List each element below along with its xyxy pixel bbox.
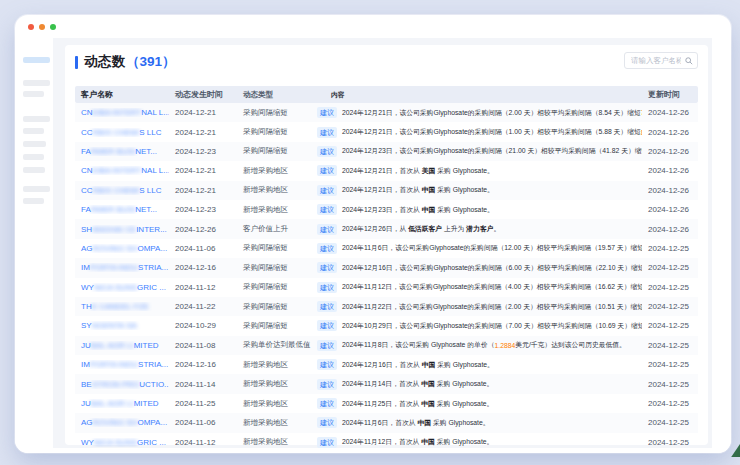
customer-name-cell: CCRBIS CHEMIS LLC xyxy=(75,128,169,137)
content-segment: 2024年12月23日，首次从 xyxy=(342,205,422,215)
table-row: WYNICA SUNSGRIC ...2024-11-12新增采购地区建议202… xyxy=(75,433,698,452)
table-row: CNEIBA INTERTNAL L...2024-12-21新增采购地区建议2… xyxy=(75,161,698,180)
customer-search-box[interactable] xyxy=(624,52,698,69)
event-date: 2024-11-06 xyxy=(169,418,237,427)
suggestion-badge: 建议 xyxy=(317,127,337,138)
content-segment: 2024年11月22日，该公司采购Glyphosate的采购间隔（2.00 天）… xyxy=(342,302,642,312)
customer-name-cell: JUBAL AGR LIMITED xyxy=(75,341,169,350)
customer-name-link[interactable]: FARMER BUSINET... xyxy=(81,147,169,156)
customer-name-link[interactable]: FARMER BUSINET... xyxy=(81,205,169,214)
table-row: THE CANDEL FZE2024-11-22采购间隔缩短建议2024年11月… xyxy=(75,297,698,316)
table-row: CCRBIS CHEMIS LLC2024-12-21采购间隔缩短建议2024年… xyxy=(75,122,698,141)
sidebar-item-skeleton[interactable] xyxy=(23,186,50,192)
event-type: 新增采购地区 xyxy=(237,399,311,409)
content-segment: 。 xyxy=(493,224,500,234)
table-row: FARMER BUSINET...2024-12-23新增采购地区建议2024年… xyxy=(75,200,698,219)
sidebar-item-skeleton[interactable] xyxy=(23,91,44,97)
content-segment: 上升为 xyxy=(442,224,466,234)
content-segment: 2024年11月6日，首次从 xyxy=(342,418,417,428)
event-type: 新增采购地区 xyxy=(237,437,311,447)
event-date: 2024-12-23 xyxy=(169,147,237,156)
event-type: 新增采购地区 xyxy=(237,185,311,195)
content-segment: 低活跃客户 xyxy=(408,224,442,234)
customer-name-link[interactable]: AGROVING SHOMPA... xyxy=(81,244,169,253)
content-segment: 潜力客户 xyxy=(466,224,493,234)
customer-name-link[interactable]: JUBAL AGR LIMITED xyxy=(81,341,169,350)
event-type: 采购间隔缩短 xyxy=(237,108,311,118)
sidebar-item-skeleton[interactable] xyxy=(23,167,45,173)
sidebar-item-skeleton[interactable] xyxy=(23,80,50,86)
event-type: 新增采购地区 xyxy=(237,418,311,428)
event-date: 2024-11-12 xyxy=(169,438,237,447)
customer-name-link[interactable]: WYNICA SUNSGRIC ... xyxy=(81,438,169,447)
customer-name-link[interactable]: THE CANDEL FZE xyxy=(81,302,169,311)
event-type: 新增采购地区 xyxy=(237,379,311,389)
sidebar-item-skeleton[interactable] xyxy=(23,128,44,134)
sidebar-item-skeleton[interactable] xyxy=(23,141,46,147)
content-segment: 2024年12月16日，首次从 xyxy=(342,360,422,370)
update-date: 2024-12-25 xyxy=(642,341,698,350)
content-segment: 采购 Glyphosate。 xyxy=(435,185,494,195)
sidebar-item-skeleton[interactable] xyxy=(23,116,50,122)
window-dot[interactable] xyxy=(50,24,56,30)
event-date: 2024-12-16 xyxy=(169,263,237,272)
update-date: 2024-12-25 xyxy=(642,321,698,330)
content-segment: 2024年12月21日，首次从 xyxy=(342,166,422,176)
update-date: 2024-12-25 xyxy=(642,399,698,408)
customer-name-link[interactable]: CCRBIS CHEMIS LLC xyxy=(81,186,169,195)
customer-name-cell: SYNGENTA SA xyxy=(75,321,169,330)
event-type: 采购间隔缩短 xyxy=(237,302,311,312)
update-date: 2024-12-25 xyxy=(642,283,698,292)
customer-name-link[interactable]: IMPORTA INDUSTRIA... xyxy=(81,360,169,369)
customer-name-cell: FARMER BUSINET... xyxy=(75,205,169,214)
event-type: 采购单价达到最低值 xyxy=(237,340,311,350)
sidebar-item-skeleton[interactable] xyxy=(23,154,44,160)
column-header: 更新时间 xyxy=(642,89,698,100)
column-header: 内容 xyxy=(311,90,642,100)
window-dot[interactable] xyxy=(39,24,45,30)
event-date: 2024-12-21 xyxy=(169,186,237,195)
customer-name-link[interactable]: AGROVING SHOMPA... xyxy=(81,418,169,427)
update-date: 2024-12-25 xyxy=(642,263,698,272)
event-content: 建议2024年12月16日，首次从 中国 采购 Glyphosate。 xyxy=(311,359,642,370)
customer-name-link[interactable]: CCRBIS CHEMIS LLC xyxy=(81,128,169,137)
event-date: 2024-12-16 xyxy=(169,360,237,369)
customer-name-link[interactable]: SYNGENTA SA xyxy=(81,321,169,330)
customer-name-link[interactable]: CNEIBA INTERTNAL L... xyxy=(81,108,169,117)
content-segment: 中国 xyxy=(417,418,431,428)
customer-name-cell: AGROVING SHOMPA... xyxy=(75,244,169,253)
table-row: FARMER BUSINET...2024-12-23采购间隔缩短建议2024年… xyxy=(75,142,698,161)
app-window: 动态数 （391） 客户名称动态发生时间动态类型内容更新时间 xyxy=(15,15,731,453)
customer-name-link[interactable]: IMPORTA INDUSTRIA... xyxy=(81,263,169,272)
search-input[interactable] xyxy=(629,55,683,66)
event-date: 2024-11-06 xyxy=(169,244,237,253)
update-date: 2024-12-26 xyxy=(642,166,698,175)
table-row: WYNICA SUNSGRIC ...2024-11-12采购间隔缩短建议202… xyxy=(75,278,698,297)
event-date: 2024-12-21 xyxy=(169,108,237,117)
customer-name-link[interactable]: JUBAL AGR LIMITED xyxy=(81,399,169,408)
event-type: 采购间隔缩短 xyxy=(237,321,311,331)
event-content: 建议2024年12月23日，该公司采购Glyphosate的采购间隔（21.00… xyxy=(311,146,642,157)
event-date: 2024-12-21 xyxy=(169,128,237,137)
content-segment: 采购 Glyphosate。 xyxy=(435,437,494,447)
customer-name-cell: WYNICA SUNSGRIC ... xyxy=(75,438,169,447)
content-segment: 2024年12月23日，该公司采购Glyphosate的采购间隔（21.00 天… xyxy=(342,146,642,156)
content-segment: 2024年11月6日，该公司采购Glyphosate的采购间隔（12.00 天）… xyxy=(342,243,642,253)
customer-name-link[interactable]: BESTRON PROUCTIO... xyxy=(81,380,169,389)
content-segment: 中国 xyxy=(421,399,435,409)
customer-name-link[interactable]: CNEIBA INTERTNAL L... xyxy=(81,166,169,175)
event-content: 建议2024年11月22日，该公司采购Glyphosate的采购间隔（2.00 … xyxy=(311,301,642,312)
event-date: 2024-12-23 xyxy=(169,205,237,214)
suggestion-badge: 建议 xyxy=(317,398,337,409)
customer-name-link[interactable]: SHANGHAI CEINTER... xyxy=(81,225,169,234)
table-body: CNEIBA INTERTNAL L...2024-12-21采购间隔缩短建议2… xyxy=(75,103,698,452)
table-row: JUBAL AGR LIMITED2024-11-25新增采购地区建议2024年… xyxy=(75,394,698,413)
window-dot[interactable] xyxy=(28,24,34,30)
content-panel: 动态数 （391） 客户名称动态发生时间动态类型内容更新时间 xyxy=(53,38,712,448)
content-segment: 采购 Glyphosate。 xyxy=(435,205,494,215)
customer-name-link[interactable]: WYNICA SUNSGRIC ... xyxy=(81,283,169,292)
customer-name-cell: WYNICA SUNSGRIC ... xyxy=(75,283,169,292)
sidebar-item-active[interactable] xyxy=(23,57,50,63)
sidebar-item-skeleton[interactable] xyxy=(23,198,44,204)
suggestion-badge: 建议 xyxy=(317,146,337,157)
